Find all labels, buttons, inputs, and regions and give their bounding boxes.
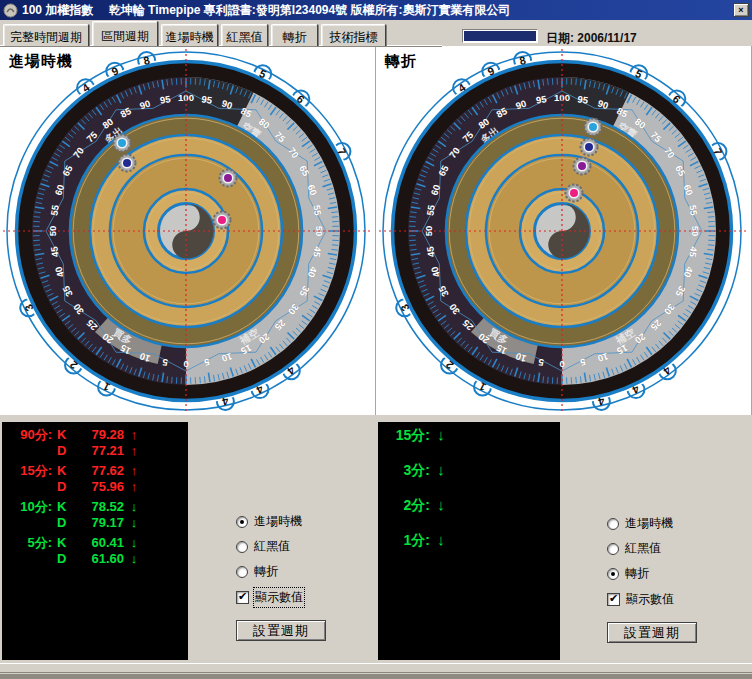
kd-values-panel: 90分:K79.28↑D77.21↑15分:K77.62↑D75.96↑10分:… [2, 422, 188, 660]
progress-bar [462, 29, 538, 43]
date-label: 日期: 2006/11/17 [546, 30, 637, 47]
dial-header-entry-timing: 進場時機 [9, 52, 73, 71]
radio-option-entry-timing[interactable]: 進場時機 [236, 515, 356, 528]
kd-row: D77.21↑ [2, 443, 188, 459]
tab-technical-indicator[interactable]: 技術指標 [321, 24, 386, 46]
radio-icon[interactable] [236, 541, 248, 553]
radio-label: 進場時機 [625, 515, 673, 532]
marker-magenta [214, 212, 231, 229]
right-control-group: 進場時機紅黑值轉折顯示數值設置週期 [607, 517, 727, 643]
tab-bar: 完整時間週期區間週期進場時機紅黑值轉折技術指標 [0, 21, 752, 46]
radio-icon[interactable] [607, 543, 619, 555]
close-button[interactable]: × [733, 3, 749, 17]
kd-row: 15分:K77.62↑ [2, 463, 188, 479]
kd-row: D61.60↓ [2, 551, 188, 567]
marker-cyan [114, 135, 131, 152]
checkbox-label: 顯示數值 [255, 589, 303, 606]
set-cycle-button[interactable]: 設置週期 [607, 622, 697, 643]
tab-interval-cycle[interactable]: 區間週期 [92, 21, 158, 46]
trend-row: 2分:↓ [378, 497, 560, 532]
radio-option-red-black-value[interactable]: 紅黑值 [236, 540, 356, 553]
checkbox-icon[interactable] [607, 593, 620, 606]
tab-entry-timing[interactable]: 進場時機 [161, 24, 218, 46]
left-control-group: 進場時機紅黑值轉折顯示數值設置週期 [236, 515, 356, 641]
marker-navy [581, 139, 598, 156]
dial-panel-entry-timing: 進場時機 05510101515202025253030353540404545… [0, 46, 376, 415]
radio-label: 轉折 [625, 565, 649, 582]
tab-red-black-value[interactable]: 紅黑值 [221, 24, 268, 46]
kd-row: D75.96↑ [2, 479, 188, 495]
entry-timing-dial: 0551010151520202525303035354040454550505… [0, 46, 376, 415]
tab-full-time-cycle[interactable]: 完整時間週期 [3, 24, 89, 46]
progress-fill [464, 31, 536, 41]
radio-option-entry-timing[interactable]: 進場時機 [607, 517, 727, 530]
marker-cyan [585, 119, 602, 136]
radio-icon[interactable] [236, 566, 248, 578]
radio-label: 轉折 [254, 563, 278, 580]
radio-option-turning-point[interactable]: 轉折 [607, 567, 727, 580]
set-cycle-button[interactable]: 設置週期 [236, 620, 326, 641]
radio-option-turning-point[interactable]: 轉折 [236, 565, 356, 578]
turning-point-dial: 0551010151520202525303035354040454550505… [376, 46, 752, 415]
radio-icon[interactable] [236, 516, 248, 528]
title-bar: 100 加權指數 乾坤輪 Timepipe 專利證書:發明第I234094號 版… [0, 0, 752, 20]
checkbox-label: 顯示數值 [626, 591, 674, 608]
trend-row: 1分:↓ [378, 532, 560, 567]
radio-option-red-black-value[interactable]: 紅黑值 [607, 542, 727, 555]
trend-arrows-panel: 15分:↓3分:↓2分:↓1分:↓ [378, 422, 560, 660]
app-icon [3, 3, 18, 18]
marker-magenta [566, 185, 583, 202]
kd-row: 10分:K78.52↓ [2, 499, 188, 515]
dial-header-turning-point: 轉折 [385, 52, 417, 71]
trend-row: 3分:↓ [378, 462, 560, 497]
kd-row: 5分:K60.41↓ [2, 535, 188, 551]
trend-row: 15分:↓ [378, 427, 560, 462]
app-window: 100 加權指數 乾坤輪 Timepipe 專利證書:發明第I234094號 版… [0, 0, 752, 679]
checkbox-icon[interactable] [236, 591, 249, 604]
radio-label: 紅黑值 [625, 540, 661, 557]
marker-purple [220, 170, 237, 187]
radio-icon[interactable] [607, 518, 619, 530]
kd-row: 90分:K79.28↑ [2, 427, 188, 443]
dial-panel-turning-point: 轉折 0551010151520202525303035354040454550… [376, 46, 752, 415]
radio-label: 紅黑值 [254, 538, 290, 555]
radio-label: 進場時機 [254, 513, 302, 530]
kd-row: D79.17↓ [2, 515, 188, 531]
marker-purple [574, 158, 591, 175]
checkbox-show-values[interactable]: 顯示數值 [607, 592, 727, 607]
status-bar [0, 663, 752, 673]
window-bottom-border [0, 674, 752, 679]
window-title: 100 加權指數 乾坤輪 Timepipe 專利證書:發明第I234094號 版… [22, 2, 511, 19]
marker-navy [119, 155, 136, 172]
radio-icon[interactable] [607, 568, 619, 580]
checkbox-show-values[interactable]: 顯示數值 [236, 590, 356, 605]
tab-turning-point[interactable]: 轉折 [271, 24, 318, 46]
